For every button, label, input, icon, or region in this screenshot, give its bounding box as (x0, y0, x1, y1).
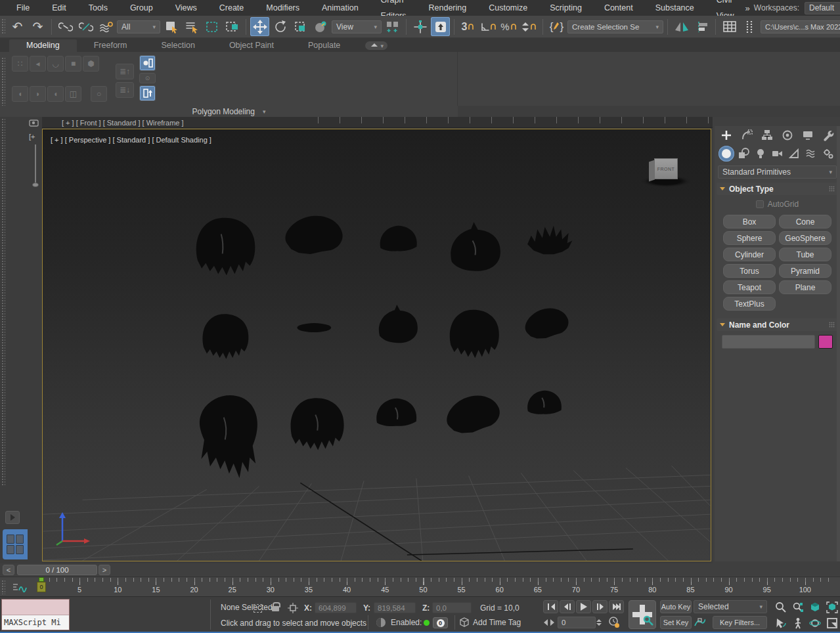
select-and-manipulate-button[interactable] (410, 17, 430, 36)
menu-item[interactable]: Content (593, 0, 644, 16)
polygon-modeling-panel-label[interactable]: Polygon Modeling ▾ (0, 106, 458, 117)
object-color-swatch[interactable] (818, 335, 833, 349)
object-type-button[interactable]: Tube (779, 248, 831, 261)
front-viewport-label[interactable]: [ + ] [ Front ] [ Standard ] [ Wireframe… (62, 119, 184, 127)
zoom-all-icon[interactable] (789, 600, 806, 615)
bind-to-space-warp-icon[interactable] (97, 17, 116, 36)
viewport-label[interactable]: [ + ] [ Perspective ] [ Standard ] [ Def… (51, 136, 211, 144)
panel-scrollbar[interactable] (837, 126, 840, 561)
helpers-category-button[interactable] (786, 146, 802, 162)
drag-edge-button[interactable]: ◗ (30, 86, 46, 102)
menu-item[interactable]: Rendering (418, 0, 478, 16)
menu-item[interactable]: Modifiers (255, 0, 311, 16)
unlink-selection-icon[interactable] (76, 17, 95, 36)
flyout-arrow-button[interactable] (5, 511, 20, 524)
soft-selection-button[interactable]: ○ (91, 86, 107, 102)
next-frame-button[interactable]: > (99, 565, 110, 575)
display-tab[interactable] (800, 127, 816, 143)
polygon-mode-button[interactable]: ■ (65, 56, 81, 72)
rectangular-selection-region-icon[interactable] (202, 17, 221, 36)
ribbon-tab-object-paint[interactable]: Object Paint (212, 39, 291, 52)
ribbon-tab-freeform[interactable]: Freeform (77, 39, 144, 52)
zoom-region-icon[interactable] (772, 615, 789, 630)
scene-canvas[interactable] (43, 129, 711, 561)
perspective-viewport[interactable]: [ + ] [ Perspective ] [ Standard ] [ Def… (42, 129, 711, 561)
window-crossing-toggle-icon[interactable] (223, 17, 242, 36)
select-and-move-button[interactable] (250, 17, 269, 36)
front-viewport-sliver[interactable]: [ + ] [ Front ] [ Standard ] [ Wireframe… (42, 117, 713, 128)
edge-mode-button[interactable]: ◂ (30, 56, 46, 72)
ribbon-tab-modeling[interactable]: Modeling (9, 39, 77, 52)
undo-button[interactable]: ↶ (8, 17, 27, 36)
snaps-toggle-3d[interactable]: 3 (458, 17, 477, 36)
set-key-button[interactable]: Set Key (660, 616, 692, 629)
current-frame-spinner[interactable]: 0 (558, 617, 596, 628)
selection-lock-icon[interactable] (269, 601, 281, 613)
shapes-category-button[interactable] (736, 146, 751, 162)
menu-item[interactable]: Edit (41, 0, 77, 16)
adaptive-degradation-icon[interactable] (375, 617, 387, 628)
x-coordinate-field[interactable]: 604,899 (315, 602, 357, 613)
default-in-out-tangents-icon[interactable] (694, 617, 705, 628)
degradation-override-button[interactable]: 0 (433, 617, 448, 628)
menu-item[interactable]: Scripting (539, 0, 593, 16)
viewcube-front-face[interactable]: FRONT (654, 158, 678, 179)
key-mode-toggle-icon[interactable] (543, 617, 555, 628)
utilities-tab[interactable] (820, 127, 836, 143)
maximize-viewport-toggle-icon[interactable] (824, 615, 840, 630)
object-type-button[interactable]: Torus (723, 264, 776, 278)
play-button[interactable] (576, 600, 591, 613)
schematic-view-button[interactable] (740, 17, 759, 36)
object-type-button[interactable]: Sphere (723, 231, 776, 245)
redo-button[interactable]: ↷ (28, 17, 47, 36)
object-type-button[interactable]: Teapot (723, 280, 776, 294)
select-by-name-icon[interactable] (182, 17, 201, 36)
object-type-button[interactable]: GeoSphere (779, 231, 831, 245)
drag-vertex-button[interactable]: ◖ (12, 86, 28, 102)
pin-stack-button[interactable]: ⊙ (139, 73, 156, 83)
selection-filter-dropdown[interactable]: All ▾ (117, 20, 160, 33)
maxscript-mini-listener[interactable]: MAXScript Mi (1, 599, 70, 630)
menu-overflow-icon[interactable]: » (745, 3, 749, 13)
menu-item[interactable]: Create (208, 0, 255, 16)
left-viewport-label[interactable]: [+ (29, 133, 35, 141)
workspace-dropdown[interactable]: Default ▾ (805, 2, 840, 14)
menu-item[interactable]: Group (119, 0, 164, 16)
select-and-rotate-button[interactable] (271, 17, 290, 36)
track-bar[interactable]: 0510152025303540455055606570758085909510… (0, 577, 840, 596)
spinner-snap-toggle[interactable] (519, 17, 539, 36)
menu-item[interactable]: File (5, 0, 41, 16)
orbit-icon[interactable] (807, 615, 823, 630)
menu-item[interactable]: Animation (311, 0, 370, 16)
preserve-uvs-button[interactable]: ◫ (65, 86, 81, 102)
use-pivot-point-center-button[interactable] (383, 17, 402, 36)
mirror-button[interactable] (672, 17, 691, 36)
select-object-icon[interactable] (162, 17, 181, 36)
zoom-extents-all-icon[interactable] (824, 600, 840, 615)
curve-editor-button[interactable] (720, 17, 739, 36)
trackbar-grip[interactable] (1, 580, 5, 594)
time-configuration-icon[interactable] (608, 617, 620, 628)
slider-knob[interactable] (32, 183, 39, 187)
keyboard-shortcut-override-toggle[interactable] (431, 17, 450, 36)
current-frame-marker[interactable]: 0 (37, 577, 46, 593)
hair-objects[interactable] (196, 216, 572, 478)
object-type-button[interactable]: Cylinder (723, 248, 776, 261)
edit-named-selection-sets-button[interactable]: { } (547, 17, 566, 36)
lights-category-button[interactable] (753, 146, 768, 162)
maxscript-listener-line[interactable]: MAXScript Mi (2, 615, 69, 630)
object-type-button[interactable]: Box (723, 215, 776, 229)
show-end-result-button[interactable] (139, 85, 156, 101)
menu-item[interactable]: Substance (644, 0, 705, 16)
zoom-extents-icon[interactable] (807, 600, 823, 615)
align-button[interactable] (692, 17, 711, 36)
object-name-input[interactable] (722, 335, 815, 349)
select-link-icon[interactable] (56, 17, 75, 36)
object-type-button[interactable]: TextPlus (723, 297, 776, 311)
reference-coordinate-dropdown[interactable]: View ▾ (332, 20, 382, 33)
toggle-command-panel-button[interactable] (139, 55, 156, 71)
time-tag-cube-icon[interactable] (458, 617, 470, 628)
frame-display[interactable]: 0 / 100 (17, 565, 97, 575)
set-keys-button[interactable] (629, 600, 656, 629)
go-to-end-button[interactable] (609, 600, 624, 613)
